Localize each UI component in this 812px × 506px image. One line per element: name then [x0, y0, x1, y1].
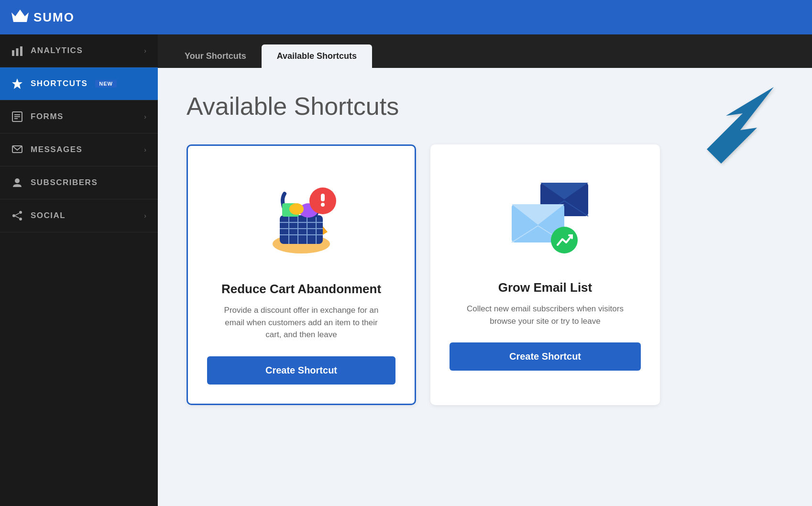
svg-rect-2 [16, 48, 19, 56]
card-grow-email-list: Grow Email List Collect new email subscr… [430, 144, 660, 405]
svg-rect-1 [12, 50, 14, 56]
cards-row: Reduce Cart Abandonment Provide a discou… [187, 144, 783, 405]
svg-line-14 [15, 213, 19, 215]
svg-point-11 [19, 211, 22, 214]
svg-point-13 [19, 218, 22, 220]
svg-rect-31 [321, 194, 325, 201]
shortcuts-new-badge: NEW [95, 80, 117, 88]
page-content: Available Shortcuts [158, 68, 812, 506]
messages-chevron: › [144, 146, 146, 154]
logo-crown-icon [11, 9, 29, 26]
forms-chevron: › [144, 113, 146, 121]
analytics-chevron: › [144, 47, 146, 55]
sidebar-item-subscribers[interactable]: SUBSCRIBERS [0, 166, 158, 199]
email-list-icon-area [493, 164, 598, 269]
tab-available-shortcuts[interactable]: Available Shortcuts [262, 44, 372, 68]
forms-icon [11, 111, 23, 122]
cart-abandonment-icon-area [249, 165, 354, 270]
card-1-description: Provide a discount offer in exchange for… [220, 304, 383, 341]
card-1-title: Reduce Cart Abandonment [221, 282, 381, 297]
create-shortcut-button-2[interactable]: Create Shortcut [450, 342, 641, 371]
card-reduce-cart-abandonment: Reduce Cart Abandonment Provide a discou… [187, 144, 416, 405]
svg-point-10 [15, 178, 20, 183]
forms-label: FORMS [31, 112, 64, 121]
create-shortcut-button-1[interactable]: Create Shortcut [207, 356, 395, 385]
subscribers-icon [11, 177, 23, 188]
card-2-description: Collect new email subscribers when visit… [464, 303, 626, 327]
sidebar-item-messages[interactable]: MESSAGES › [0, 133, 158, 166]
svg-marker-0 [11, 10, 29, 22]
svg-point-32 [321, 203, 325, 207]
messages-icon [11, 144, 23, 155]
shortcuts-icon [11, 78, 23, 89]
shortcuts-label: SHORTCUTS [31, 79, 88, 88]
sidebar-item-social[interactable]: SOCIAL › [0, 199, 158, 232]
social-icon [11, 210, 23, 221]
content-area: Your Shortcuts Available Shortcuts Avai [158, 34, 812, 506]
social-label: SOCIAL [31, 211, 66, 220]
logo-text: SUMO [33, 10, 75, 25]
svg-line-15 [15, 216, 19, 218]
top-header: SUMO [0, 0, 812, 34]
arrow-decoration [678, 82, 783, 168]
svg-marker-4 [12, 78, 22, 89]
svg-point-12 [12, 214, 15, 217]
sidebar-item-analytics[interactable]: ANALYTICS › [0, 34, 158, 67]
sidebar-item-shortcuts[interactable]: SHORTCUTS NEW [0, 67, 158, 100]
sidebar: ANALYTICS › SHORTCUTS NEW FORMS › MESSAG… [0, 34, 158, 506]
logo-area: SUMO [11, 9, 75, 26]
messages-label: MESSAGES [31, 145, 82, 154]
tab-your-shortcuts[interactable]: Your Shortcuts [169, 44, 262, 68]
sidebar-item-forms[interactable]: FORMS › [0, 100, 158, 133]
svg-marker-16 [707, 87, 774, 164]
tabs-bar: Your Shortcuts Available Shortcuts [158, 34, 812, 68]
analytics-label: ANALYTICS [31, 46, 83, 55]
svg-rect-3 [20, 46, 22, 56]
analytics-icon [11, 45, 23, 56]
social-chevron: › [144, 212, 146, 220]
svg-point-29 [289, 203, 304, 215]
subscribers-label: SUBSCRIBERS [31, 178, 98, 187]
card-2-title: Grow Email List [498, 280, 593, 295]
main-layout: ANALYTICS › SHORTCUTS NEW FORMS › MESSAG… [0, 34, 812, 506]
